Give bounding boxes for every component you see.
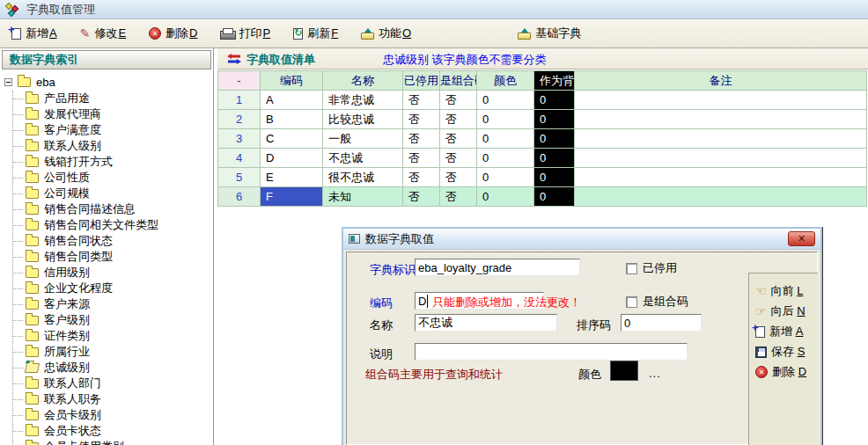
folder-icon (26, 300, 39, 310)
tree-item[interactable]: 销售合同相关文件类型 (13, 217, 212, 233)
col-header-index[interactable]: - (218, 71, 261, 91)
dialog-body: 字典标识 已停用 编码 只能删除或增加，没法更改！ 是组合码 名称 排序码 说明… (343, 250, 820, 445)
color-swatch[interactable] (610, 361, 638, 381)
tree-item[interactable]: 会员卡使用类别 (13, 439, 212, 445)
tree-item[interactable]: 销售合同类型 (13, 249, 212, 265)
collapse-icon[interactable] (4, 78, 12, 86)
tree-item[interactable]: 销售合同状态 (13, 233, 212, 249)
tree-item[interactable]: 客户来源 (13, 296, 212, 312)
col-header-stopped[interactable]: 已停用 (403, 71, 440, 91)
name-input[interactable] (415, 314, 557, 332)
table-row[interactable]: 4 D 不忠诚 否 否 0 0 (218, 149, 867, 168)
tree-item[interactable]: 钱箱打开方式 (13, 154, 212, 170)
table-row[interactable]: 1 A 非常忠诚 否 否 0 0 (218, 91, 867, 110)
sidebar-header-label: 数据字典索引 (10, 52, 78, 68)
tree-root-eba[interactable]: eba (0, 74, 212, 91)
sort-input[interactable] (621, 314, 702, 332)
print-button[interactable]: 打印P (215, 23, 276, 44)
tree-item[interactable]: 联系人职务 (13, 391, 212, 407)
tree-item[interactable]: 联系人部门 (13, 376, 212, 391)
combo-label: 是组合码 (643, 294, 688, 310)
tree-item-label: 销售合同相关文件类型 (44, 217, 158, 233)
folder-icon (26, 411, 39, 420)
col-header-combo[interactable]: 是组合码 (440, 71, 477, 91)
refresh-button[interactable]: 刷新F (288, 23, 343, 44)
hand-right-icon: ☞ (755, 306, 767, 317)
dialog-add-button[interactable]: 新增 A (749, 325, 803, 339)
dialog-button-panel: ☜ 向前 L ☞ 向后 N 新增 A 保存 S ✕ 删除 D (748, 273, 818, 445)
tree-item[interactable]: 客户级别 (13, 312, 212, 328)
base-dictionary-button[interactable]: 基础字典 (512, 23, 586, 44)
tree-item-label: 客户级别 (44, 312, 90, 328)
tree-item[interactable]: 销售合同描述信息 (13, 201, 212, 217)
col-header-color[interactable]: 颜色 (477, 71, 534, 91)
folder-icon (18, 77, 31, 87)
function-button[interactable]: 功能O (356, 23, 416, 44)
folder-icon (26, 173, 39, 183)
col-header-background[interactable]: 作为背景 (534, 71, 575, 91)
folder-icon (26, 221, 39, 230)
tree-item-label: 证件类别 (44, 328, 90, 344)
stopped-checkbox[interactable] (626, 263, 637, 274)
window-titlebar: 字典取值管理 (0, 0, 868, 19)
tree-item-label: 会员卡级别 (44, 407, 101, 423)
next-button[interactable]: ☞ 向后 N (749, 304, 805, 318)
tree-item-label: 发展代理商 (44, 106, 101, 122)
folder-icon (26, 316, 39, 325)
tree-item-selected[interactable]: 忠诚级别 (13, 360, 212, 376)
tree-item-label: 联系人职务 (44, 391, 101, 407)
dict-id-input[interactable] (415, 259, 580, 276)
tree-item[interactable]: 会员卡状态 (13, 423, 212, 439)
toolbar: 新增A ✎ 修改E ✕ 删除D 打印P 刷新F 功能O 基础字典 (0, 19, 868, 48)
col-header-note[interactable]: 备注 (575, 71, 867, 91)
tree-root-label: eba (36, 76, 55, 89)
tree-item[interactable]: 联系人级别 (13, 138, 212, 154)
tree-item-label: 联系人级别 (44, 138, 101, 154)
table-row[interactable]: 2 B 比较忠诚 否 否 0 0 (218, 110, 867, 129)
list-header: 字典取值清单 忠诚级别 该字典颜色不需要分类 (217, 48, 868, 69)
tree-item-label: 会员卡使用类别 (44, 439, 124, 445)
tree-item[interactable]: 所属行业 (13, 344, 212, 360)
edit-button[interactable]: ✎ 修改E (75, 23, 131, 44)
tree-item[interactable]: 客户满意度 (13, 122, 212, 138)
tree-item[interactable]: 证件类别 (13, 328, 212, 344)
description-input[interactable] (415, 343, 688, 361)
col-header-name[interactable]: 名称 (323, 71, 403, 91)
table-row-selected[interactable]: 6 F 未知 否 否 0 0 (218, 187, 867, 207)
dialog-delete-button[interactable]: ✕ 删除 D (749, 365, 806, 379)
add-button[interactable]: 新增A (6, 23, 63, 44)
col-header-code[interactable]: 编码 (261, 71, 323, 91)
list-subtitle: 忠诚级别 该字典颜色不需要分类 (383, 52, 547, 68)
combo-checkbox[interactable] (626, 296, 637, 308)
color-picker-button[interactable]: ... (649, 367, 661, 380)
tree-item[interactable]: 企业文化程度 (13, 281, 212, 296)
code-label: 编码 (370, 295, 393, 311)
text-caret (427, 295, 428, 308)
tree-item[interactable]: 产品用途 (13, 91, 212, 106)
delete-button[interactable]: ✕ 删除D (143, 23, 202, 44)
selected-cell: F (261, 187, 323, 207)
folder-icon (26, 395, 39, 405)
sidebar-header: 数据字典索引 (2, 50, 211, 69)
close-button[interactable]: ✕ (788, 231, 815, 246)
tree-item[interactable]: 公司性质 (13, 170, 212, 186)
dialog-titlebar[interactable]: 数据字典取值 (343, 229, 820, 250)
tree-item-label: 所属行业 (44, 344, 90, 360)
folder-icon (26, 252, 39, 262)
tree-item[interactable]: 发展代理商 (13, 106, 212, 122)
tree-item[interactable]: 信用级别 (13, 265, 212, 281)
table-row[interactable]: 3 C 一般 否 否 0 0 (218, 129, 867, 149)
save-button[interactable]: 保存 S (749, 345, 805, 359)
app-window: 字典取值管理 新增A ✎ 修改E ✕ 删除D 打印P 刷新F 功能O 基 (0, 0, 868, 445)
folder-icon (26, 126, 39, 135)
add-icon (755, 326, 765, 338)
tree-item-label: 客户满意度 (44, 122, 101, 138)
tree-item[interactable]: 会员卡级别 (13, 407, 212, 423)
previous-button[interactable]: ☜ 向前 L (749, 284, 803, 298)
tree-item[interactable]: 公司规模 (13, 186, 212, 201)
stopped-checkbox-group: 已停用 (626, 260, 677, 276)
tree-item-label: 会员卡状态 (44, 423, 101, 439)
folder-icon (26, 205, 39, 215)
folder-icon (26, 284, 39, 294)
table-row[interactable]: 5 E 很不忠诚 否 否 0 0 (218, 168, 867, 187)
